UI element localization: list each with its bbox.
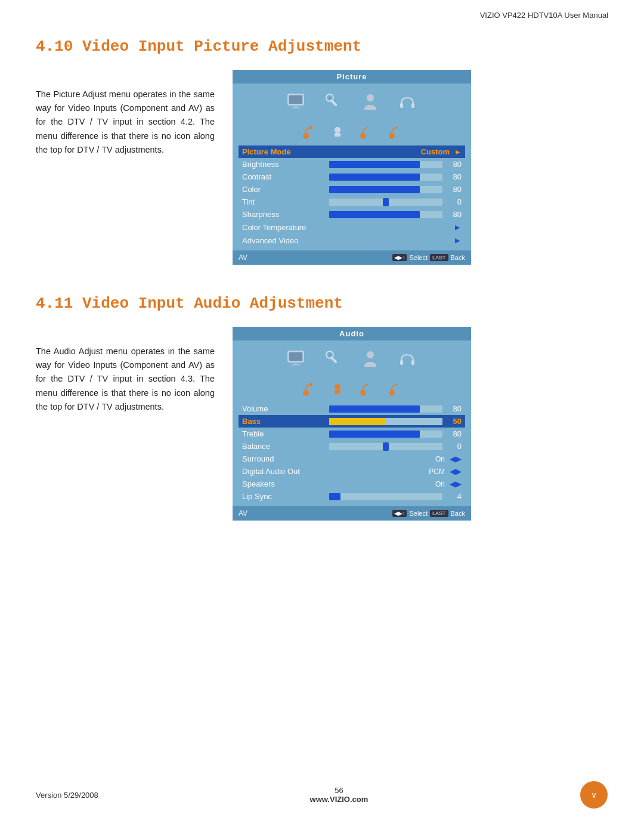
treble-fill <box>329 431 420 438</box>
picture-footer-nav: ◀▶↕ Select LAST Back <box>392 254 465 261</box>
audio-select-label: Select <box>409 510 428 517</box>
audio-footer-input: AV <box>239 509 247 518</box>
sharpness-fill <box>329 211 420 218</box>
bass-fill <box>329 418 386 425</box>
svg-point-7 <box>367 94 374 101</box>
volume-label: Volume <box>242 404 326 413</box>
svg-point-10 <box>303 133 309 139</box>
vizio-logo: V <box>580 781 608 809</box>
sharpness-label: Sharpness <box>242 210 326 219</box>
balance-row: Balance 0 <box>239 440 465 453</box>
audio-small-icon-2 <box>329 380 346 398</box>
audio-footer-nav: ◀▶↕ Select LAST Back <box>392 510 465 517</box>
color-temp-arrow: ► <box>453 222 462 232</box>
tint-row: Tint 0 <box>239 196 465 208</box>
picture-last-box: LAST <box>430 254 448 261</box>
tint-value: 0 <box>450 197 462 206</box>
section-411-title: 4.11 Video Input Audio Adjustment <box>36 295 608 312</box>
color-temp-label: Color Temperature <box>242 223 326 232</box>
svg-point-28 <box>335 384 340 390</box>
wrench-icon <box>320 89 346 116</box>
bass-label: Bass <box>242 417 326 426</box>
picture-back-label: Back <box>451 254 465 261</box>
svg-rect-5 <box>330 99 338 107</box>
audio-wrench-icon <box>320 346 346 373</box>
sharpness-value: 80 <box>450 210 462 219</box>
surround-arrows: ◀▶ <box>450 454 462 463</box>
contrast-fill <box>329 174 420 181</box>
svg-point-12 <box>335 127 340 133</box>
lipsync-fill <box>329 493 340 500</box>
advanced-video-arrow: ► <box>453 236 462 245</box>
picture-footer-input: AV <box>239 253 247 262</box>
svg-rect-3 <box>289 95 302 104</box>
volume-row: Volume 80 <box>239 402 465 415</box>
speakers-row: Speakers On ◀▶ <box>239 478 465 490</box>
color-temp-row: Color Temperature ► <box>239 221 465 234</box>
lipsync-bar <box>329 493 442 500</box>
svg-point-30 <box>360 390 366 396</box>
tint-bar <box>329 199 442 206</box>
speakers-value: On <box>435 480 445 488</box>
audio-person-icon <box>357 346 383 373</box>
brightness-fill <box>329 161 420 168</box>
surround-row: Surround On ◀▶ <box>239 453 465 465</box>
contrast-row: Contrast 80 <box>239 171 465 183</box>
website-url: www.VIZIO.com <box>310 795 369 804</box>
contrast-label: Contrast <box>242 172 326 181</box>
advanced-video-label: Advanced Video <box>242 236 326 245</box>
treble-value: 80 <box>450 429 462 438</box>
audio-menu-items: Volume 80 Bass 50 <box>233 402 471 506</box>
svg-point-14 <box>360 133 366 139</box>
svg-point-6 <box>329 97 331 99</box>
color-bar <box>329 186 442 193</box>
volume-fill <box>329 405 420 413</box>
color-value: 80 <box>450 185 462 194</box>
page-number: 56 <box>310 786 369 795</box>
bass-row: Bass 50 <box>239 415 465 428</box>
picture-mode-value: Custom <box>414 147 450 156</box>
brightness-label: Brightness <box>242 160 326 169</box>
svg-rect-24 <box>400 360 403 365</box>
small-icon-4 <box>386 123 404 141</box>
bass-value: 50 <box>450 417 462 426</box>
audio-nav-icon: ◀▶↕ <box>392 510 407 517</box>
audio-back-label: Back <box>451 510 465 517</box>
svg-rect-2 <box>292 107 300 109</box>
contrast-value: 80 <box>450 172 462 181</box>
treble-label: Treble <box>242 429 326 438</box>
section-411: 4.11 Video Input Audio Adjustment The Au… <box>36 295 608 521</box>
section-410: 4.10 Video Input Picture Adjustment The … <box>36 38 608 265</box>
surround-value: On <box>435 455 445 463</box>
lipsync-label: Lip Sync <box>242 492 326 501</box>
digital-audio-arrows: ◀▶ <box>450 467 462 476</box>
page-footer: Version 5/29/2008 56 www.VIZIO.com V <box>36 781 608 809</box>
audio-monitor-icon <box>283 346 309 373</box>
contrast-bar <box>329 174 442 181</box>
svg-point-26 <box>303 390 309 396</box>
digital-audio-row: Digital Audio Out PCM ◀▶ <box>239 465 465 478</box>
balance-label: Balance <box>242 442 326 451</box>
audio-last-box: LAST <box>430 510 448 517</box>
svg-rect-13 <box>335 133 340 137</box>
picture-mode-row: Picture Mode Custom ► <box>239 145 465 158</box>
audio-headphone-icon <box>394 346 420 373</box>
brightness-value: 80 <box>450 160 462 169</box>
svg-point-23 <box>367 351 374 358</box>
section-410-title: 4.10 Video Input Picture Adjustment <box>36 38 608 55</box>
picture-menu-footer: AV ◀▶↕ Select LAST Back <box>233 250 471 265</box>
color-row: Color 80 <box>239 183 465 196</box>
monitor-icon <box>283 89 309 116</box>
bass-bar <box>329 418 442 425</box>
svg-point-15 <box>389 133 395 139</box>
treble-bar <box>329 431 442 438</box>
svg-rect-29 <box>335 390 340 394</box>
audio-menu-icons-top <box>233 340 471 379</box>
brightness-bar <box>329 161 442 168</box>
brightness-row: Brightness 80 <box>239 158 465 171</box>
balance-dot <box>383 442 389 451</box>
tint-label: Tint <box>242 197 326 206</box>
color-fill <box>329 186 420 193</box>
svg-rect-18 <box>292 364 300 366</box>
sharpness-row: Sharpness 80 <box>239 208 465 221</box>
